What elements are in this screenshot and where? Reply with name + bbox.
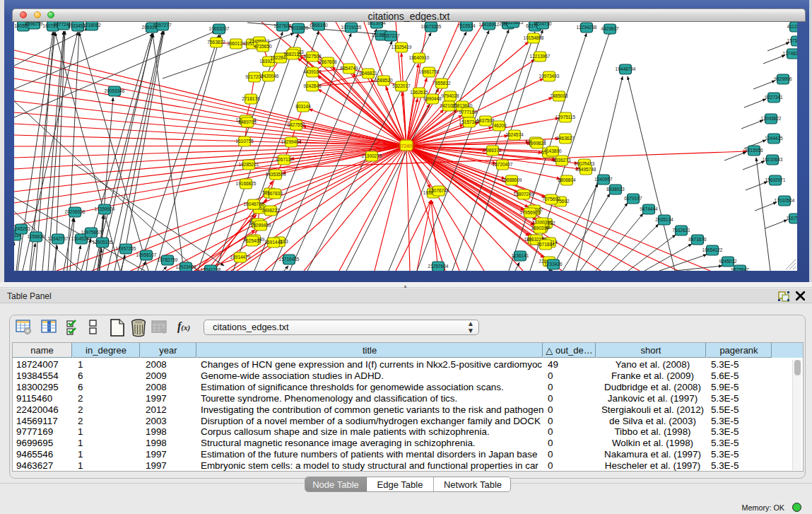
svg-text:12093822: 12093822 [761,116,782,121]
svg-text:6379197: 6379197 [624,196,642,201]
svg-text:10154808: 10154808 [524,35,544,40]
svg-text:16782759: 16782759 [158,257,178,262]
svg-text:3960124: 3960124 [227,41,245,46]
svg-text:16673355: 16673355 [421,24,442,29]
svg-text:10973493: 10973493 [539,74,560,78]
svg-text:7563822: 7563822 [207,40,225,45]
svg-text:1167534: 1167534 [787,216,797,221]
svg-text:9427552: 9427552 [287,122,305,127]
svg-text:8806804: 8806804 [558,177,576,182]
svg-text:1156829: 1156829 [28,234,45,239]
svg-text:8990448: 8990448 [423,96,442,101]
svg-text:1640957: 1640957 [594,177,613,182]
svg-text:7671884: 7671884 [536,242,555,247]
svg-text:15751074: 15751074 [787,38,797,43]
svg-text:5682115: 5682115 [284,52,302,57]
svg-text:10654122: 10654122 [702,247,723,252]
svg-text:1999828: 1999828 [528,141,546,146]
svg-text:4245263: 4245263 [14,226,30,231]
svg-text:7632621: 7632621 [672,228,690,233]
svg-text:15716485: 15716485 [279,257,300,262]
svg-text:6357277: 6357277 [153,23,172,28]
svg-text:12923468: 12923468 [176,264,196,269]
svg-text:1733426: 1733426 [544,262,563,267]
svg-text:16961758: 16961758 [419,69,440,74]
svg-text:8854749: 8854749 [340,66,358,71]
svg-text:14353594: 14353594 [266,172,286,177]
svg-text:16099489: 16099489 [251,223,271,228]
svg-text:2718176: 2718176 [242,96,260,101]
svg-text:3498222: 3498222 [261,208,280,213]
svg-text:8813054: 8813054 [367,22,386,25]
svg-text:20053346: 20053346 [105,88,125,93]
svg-text:20206536: 20206536 [65,209,86,214]
svg-text:9329906: 9329906 [774,76,792,81]
svg-text:10719155: 10719155 [341,25,362,30]
svg-text:6466160: 6466160 [310,23,328,28]
svg-text:12213967: 12213967 [530,54,551,59]
svg-text:4143890: 4143890 [543,148,562,153]
svg-text:803144: 803144 [295,104,311,109]
svg-text:12975115: 12975115 [555,115,576,119]
svg-text:10958107: 10958107 [136,252,157,257]
svg-text:9474444: 9474444 [640,206,658,211]
svg-text:746206: 746206 [491,123,507,128]
svg-text:19448794: 19448794 [616,66,636,71]
svg-text:10323815: 10323815 [503,22,524,25]
svg-text:19285201: 19285201 [239,162,259,167]
svg-text:2935134: 2935134 [655,217,673,222]
svg-text:10688609: 10688609 [502,177,522,182]
svg-text:9242848: 9242848 [303,83,322,88]
svg-text:1244415: 1244415 [765,136,783,141]
svg-text:12342737: 12342737 [48,236,69,241]
svg-text:19166825: 19166825 [236,181,257,186]
svg-text:15720407: 15720407 [493,162,513,167]
svg-text:4735650: 4735650 [254,44,272,49]
svg-text:18724007: 18724007 [396,144,417,148]
svg-text:9227341: 9227341 [765,95,783,100]
svg-text:8336273: 8336273 [553,158,571,163]
svg-text:21257684: 21257684 [428,264,449,269]
svg-text:7955812: 7955812 [433,81,451,86]
svg-text:8471676: 8471676 [688,237,707,242]
svg-text:16046788: 16046788 [244,201,264,206]
svg-text:1890399: 1890399 [531,226,549,230]
svg-text:17359924: 17359924 [95,206,115,211]
svg-text:17957255: 17957255 [116,246,136,251]
svg-text:13748244: 13748244 [783,51,797,56]
svg-text:9327508: 9327508 [303,54,322,59]
svg-text:17010504: 17010504 [775,198,795,203]
svg-text:18640910: 18640910 [409,55,430,60]
svg-text:18807249: 18807249 [514,192,534,197]
svg-text:7986372: 7986372 [483,148,502,153]
svg-text:7075692: 7075692 [542,197,560,201]
svg-text:1588520: 1588520 [375,78,393,83]
svg-text:1362615: 1362615 [410,90,428,95]
svg-text:12505155: 12505155 [93,240,113,245]
svg-text:4439167: 4439167 [303,69,322,74]
svg-text:16210643: 16210643 [763,157,783,162]
svg-text:8489709: 8489709 [238,119,257,124]
svg-text:12416912: 12416912 [479,22,500,27]
svg-text:15692971: 15692971 [765,177,786,182]
svg-text:17956909: 17956909 [520,210,541,215]
svg-text:10975867: 10975867 [81,230,102,235]
svg-text:12541238: 12541238 [201,267,221,271]
svg-text:7357227: 7357227 [382,33,400,38]
svg-text:8224730: 8224730 [534,22,552,26]
svg-text:3267110: 3267110 [276,157,293,162]
svg-text:7485003: 7485003 [550,93,568,98]
svg-text:1136141: 1136141 [512,253,529,258]
svg-text:1610755: 1610755 [235,139,254,144]
svg-text:7625402: 7625402 [243,238,261,243]
svg-text:9463627: 9463627 [556,136,575,141]
svg-text:9794028: 9794028 [441,93,459,98]
svg-text:1218062: 1218062 [83,23,101,28]
svg-text:4429607: 4429607 [601,26,619,31]
svg-text:9646821: 9646821 [359,71,377,76]
svg-text:9245012: 9245012 [719,259,737,264]
svg-text:1691448: 1691448 [264,240,283,245]
svg-text:12294238: 12294238 [577,25,597,30]
svg-text:9875847: 9875847 [731,267,749,271]
svg-text:8938923: 8938923 [606,187,625,192]
